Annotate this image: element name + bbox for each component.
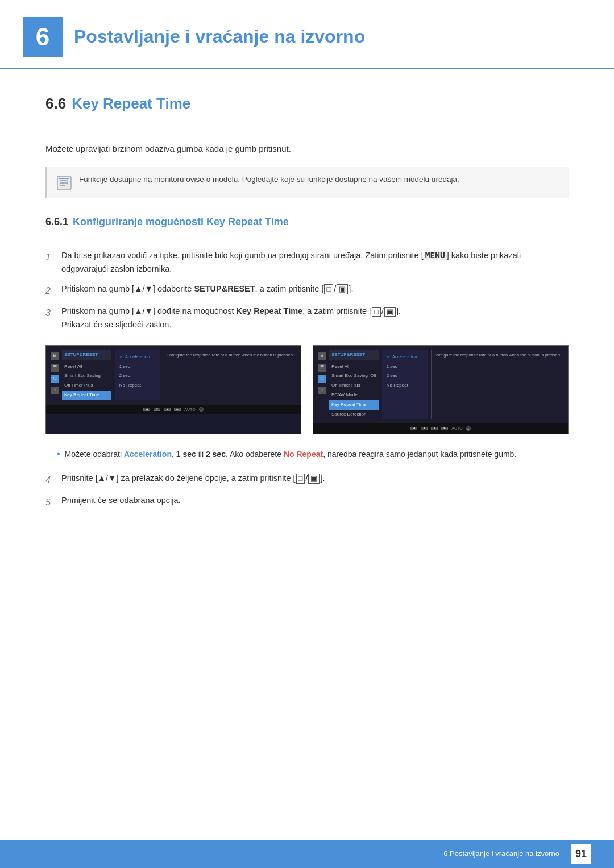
auto-label-1: AUTO [184, 406, 195, 413]
page-number: 91 [571, 844, 591, 864]
submenu-2: Acceleration 1 sec 2 sec No Repeat [382, 350, 428, 420]
bottom-btn-4: ► [174, 408, 181, 411]
footer-chapter-text: 6 Postavljanje i vraćanje na izvorno [443, 848, 559, 860]
note-icon [56, 175, 72, 191]
chapter-title: Postavljanje i vraćanje na izvorno [74, 22, 365, 51]
intro-text: Možete upravljati brzinom odaziva gumba … [45, 142, 569, 156]
main-content: 6.6 Key Repeat Time Možete upravljati br… [0, 92, 614, 510]
menu-item-key-repeat-1: Key Repeat Time [62, 391, 111, 400]
menu-item-key-repeat-2: Key Repeat Time [329, 400, 379, 410]
menu-header-2: SETUP&RESET [329, 350, 379, 360]
step-2: 2 Pritiskom na gumb [▲/▼] odaberite SETU… [45, 283, 569, 298]
step-text-5: Primijenit će se odabrana opcija. [61, 494, 569, 507]
menu-1: SETUP&RESET Reset All Smart Eco Saving O… [62, 350, 111, 400]
bottom-btn-6: ▼ [421, 427, 428, 430]
smart-eco-value-2: Off [370, 372, 376, 380]
subsection-number: 6.6.1 [45, 214, 68, 230]
menu-item-smart-eco-2: Smart Eco Saving Off [329, 371, 379, 381]
section-title: Key Repeat Time [72, 92, 190, 121]
step-text-4: Pritisnite [▲/▼] za prelazak do željene … [61, 472, 569, 485]
chapter-header: 6 Postavljanje i vraćanje na izvorno [0, 0, 614, 69]
sidebar-icon-settings-2: ⚙ [318, 375, 326, 383]
sidebar-icon-monitor-2: 🖥 [318, 352, 326, 360]
menu-item-smart-eco-1: Smart Eco Saving [62, 371, 111, 381]
step-4: 4 Pritisnite [▲/▼] za prelazak do željen… [45, 472, 569, 488]
submenu-1sec-2: 1 sec [384, 362, 425, 372]
bottom-btn-2: ▼ [154, 408, 160, 411]
submenu-1: Acceleration 1 sec 2 sec No Repeat [115, 350, 160, 400]
screenshot-1: 🖥 ☰ ⚙ ℹ SETUP&RESET Reset All Smart Eco … [45, 345, 301, 434]
menu-header-1: SETUP&RESET [62, 350, 111, 360]
submenu-norepeat-2: No Repeat [384, 381, 425, 391]
section-number: 6.6 [45, 92, 66, 116]
bullet-text: Možete odabrati Acceleration, 1 sec ili … [65, 448, 517, 460]
chapter-number: 6 [23, 17, 63, 57]
bottom-btn-8: ► [441, 427, 448, 430]
monitor-ui-2: 🖥 ☰ ⚙ ℹ SETUP&RESET Reset All Smart Eco … [313, 346, 568, 424]
submenu-acceleration-1: Acceleration [117, 352, 158, 362]
sidebar-icon-brightness: ☰ [51, 364, 59, 372]
sidebar-1: 🖥 ☰ ⚙ ℹ [51, 350, 59, 400]
menu-item-timer-1: Off Timer Plus [62, 381, 111, 391]
sidebar-icon-settings: ⚙ [51, 375, 59, 383]
bullet-section: • Možete odabrati Acceleration, 1 sec il… [57, 448, 569, 460]
step-number-2: 2 [45, 283, 61, 298]
bottom-btn-7: ▲ [431, 427, 438, 430]
submenu-acceleration-2: Acceleration [384, 352, 425, 362]
auto-label-2: AUTO [451, 425, 462, 431]
screenshots-container: 🖥 ☰ ⚙ ℹ SETUP&RESET Reset All Smart Eco … [45, 345, 569, 434]
steps-list: 1 Da bi se prikazao vodič za tipke, prit… [45, 249, 569, 331]
bottom-btn-1: ◄ [143, 408, 150, 411]
smart-eco-label-2: Smart Eco Saving [331, 372, 368, 380]
step-5: 5 Primijenit će se odabrana opcija. [45, 494, 569, 510]
step-text-2: Pritiskom na gumb [▲/▼] odaberite SETUP&… [61, 283, 569, 296]
note-box: Funkcije dostupne na monitoru ovise o mo… [45, 167, 569, 198]
sidebar-icon-info: ℹ [51, 387, 59, 394]
submenu-2sec-1: 2 sec [117, 371, 158, 381]
note-text: Funkcije dostupne na monitoru ovise o mo… [79, 174, 459, 185]
bottom-btn-3: ▲ [164, 408, 171, 411]
step-number-4: 4 [45, 472, 61, 488]
monitor-ui-1: 🖥 ☰ ⚙ ℹ SETUP&RESET Reset All Smart Eco … [46, 346, 301, 405]
sidebar-2: 🖥 ☰ ⚙ ℹ [318, 350, 326, 420]
side-note-2: Configure the response rate of a button … [431, 350, 563, 420]
side-note-1: Configure the response rate of a button … [164, 350, 296, 400]
monitor-bottom-1: ◄ ▼ ▲ ► AUTO ⏻ [46, 405, 301, 414]
menu-item-pcav-2: PC/AV Mode [329, 391, 379, 400]
step-text-3: Pritiskom na gumb [▲/▼] dođite na mogućn… [61, 305, 569, 331]
submenu-1sec-1: 1 sec [117, 362, 158, 372]
step-3: 3 Pritiskom na gumb [▲/▼] dođite na mogu… [45, 305, 569, 331]
step-text-1: Da bi se prikazao vodič za tipke, pritis… [61, 249, 569, 275]
power-btn-2: ⏻ [466, 426, 471, 431]
bullet-dot: • [57, 448, 60, 460]
sidebar-icon-brightness-2: ☰ [318, 364, 326, 372]
menu-key: MENU [424, 251, 447, 260]
power-btn-1: ⏻ [199, 407, 204, 412]
subsection-title: Konfiguriranje mogućnosti Key Repeat Tim… [73, 214, 289, 230]
menu-item-source-2: Source Detection [329, 410, 379, 420]
sidebar-icon-monitor: 🖥 [51, 352, 59, 360]
step-number-3: 3 [45, 305, 61, 321]
step-number-5: 5 [45, 494, 61, 510]
menu-2: SETUP&RESET Reset All Smart Eco Saving O… [329, 350, 379, 420]
bullet-item-1: • Možete odabrati Acceleration, 1 sec il… [57, 448, 569, 460]
submenu-norepeat-1: No Repeat [117, 381, 158, 391]
sidebar-icon-info-2: ℹ [318, 387, 326, 394]
page-footer: 6 Postavljanje i vraćanje na izvorno 91 [0, 840, 614, 868]
menu-item-reset-all-2: Reset All [329, 362, 379, 372]
bottom-btn-5: ◄ [410, 427, 417, 430]
menu-item-timer-2: Off Timer Plus [329, 381, 379, 391]
screenshot-2: 🖥 ☰ ⚙ ℹ SETUP&RESET Reset All Smart Eco … [313, 345, 569, 434]
step-1: 1 Da bi se prikazao vodič za tipke, prit… [45, 249, 569, 275]
submenu-2sec-2: 2 sec [384, 371, 425, 381]
menu-item-reset-all-1: Reset All [62, 362, 111, 372]
step-number-1: 1 [45, 249, 61, 265]
monitor-bottom-2: ◄ ▼ ▲ ► AUTO ⏻ [313, 423, 568, 433]
